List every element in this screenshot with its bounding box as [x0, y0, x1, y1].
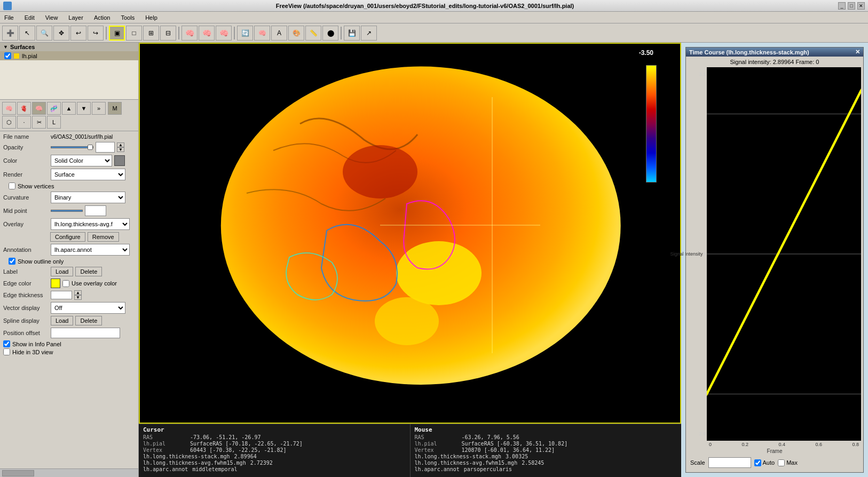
- st-brain3-btn[interactable]: 🧠: [32, 102, 46, 115]
- delete-spline-button[interactable]: Delete: [75, 316, 102, 325]
- tb-brain1-button[interactable]: 🧠: [182, 26, 198, 41]
- hscrollbar[interactable]: [0, 468, 138, 477]
- tb-color-button[interactable]: 🎨: [288, 26, 304, 41]
- hscroll-thumb[interactable]: [2, 470, 34, 476]
- tb-view-3d-button[interactable]: ▣: [109, 26, 125, 41]
- st-label-btn[interactable]: L: [47, 116, 61, 129]
- overlay-select[interactable]: lh.long.thickness-avg.f: [51, 218, 130, 230]
- edge-thickness-input[interactable]: 2: [51, 291, 72, 299]
- tb-measure-button[interactable]: 📏: [305, 26, 321, 41]
- menu-file[interactable]: File: [2, 13, 16, 22]
- tb-add-button[interactable]: ➕: [2, 26, 18, 41]
- st-brain2-btn[interactable]: 🫀: [17, 102, 31, 115]
- tb-pointer-button[interactable]: ↖: [19, 26, 35, 41]
- st-down-btn[interactable]: ▼: [77, 102, 91, 115]
- surfaces-section: ▼ Surfaces lh.pial: [0, 43, 138, 100]
- surfaces-collapse-icon[interactable]: ▼: [3, 44, 8, 50]
- menu-layer[interactable]: Layer: [66, 13, 85, 22]
- spline-display-row: Spline display Load Delete: [3, 316, 135, 325]
- edge-color-swatch[interactable]: [51, 279, 60, 288]
- viewport[interactable]: 3.50 1.17 -1.17 -3.50: [139, 43, 681, 424]
- menu-action[interactable]: Action: [92, 13, 113, 22]
- st-point-btn[interactable]: ·: [17, 116, 31, 129]
- opacity-down-btn[interactable]: ▼: [117, 147, 124, 152]
- midpoint-slider[interactable]: [51, 210, 83, 212]
- tb-move-button[interactable]: ✥: [53, 26, 69, 41]
- color-swatch[interactable]: [114, 155, 125, 166]
- configure-button[interactable]: Configure: [50, 232, 85, 242]
- tb-text-button[interactable]: A: [271, 26, 287, 41]
- remove-button[interactable]: Remove: [88, 232, 119, 242]
- menu-tools[interactable]: Tools: [119, 13, 137, 22]
- show-outline-row: Show outline only: [3, 258, 135, 265]
- cursor-ras-key: RAS: [143, 434, 186, 440]
- load-spline-button[interactable]: Load: [51, 316, 73, 325]
- color-select[interactable]: Solid Color: [51, 155, 112, 166]
- annotation-row: Annotation lh.aparc.annot: [3, 244, 135, 256]
- st-brain-btn[interactable]: 🧠: [2, 102, 16, 115]
- opacity-input[interactable]: 1.00: [96, 142, 115, 153]
- edge-color-row: Edge color Use overlay color: [3, 279, 135, 288]
- menu-help[interactable]: Help: [143, 13, 160, 22]
- show-vertices-row: Show vertices: [3, 182, 135, 189]
- tb-share-button[interactable]: ↗: [361, 26, 377, 41]
- tb-zoom-button[interactable]: 🔍: [36, 26, 52, 41]
- midpoint-input[interactable]: 0: [85, 205, 106, 216]
- edge-thickness-up-btn[interactable]: ▲: [74, 290, 82, 295]
- tb-view-front-button[interactable]: □: [126, 26, 142, 41]
- tb-separator-4: [341, 27, 342, 39]
- surface-visibility-checkbox[interactable]: [4, 52, 11, 59]
- menu-view[interactable]: View: [43, 13, 60, 22]
- viewport-area: 3.50 1.17 -1.17 -3.50 Cursor RAS -73.06,…: [139, 43, 681, 477]
- tb-brain3-button[interactable]: 🧠: [216, 26, 232, 41]
- edge-color-label: Edge color: [3, 280, 49, 287]
- opacity-slider[interactable]: [51, 146, 93, 148]
- tc-close-btn[interactable]: ✕: [855, 49, 860, 55]
- filename-text: v6/OAS2_0001/surf/lh.pial: [51, 134, 113, 140]
- curvature-select[interactable]: Binary: [51, 192, 125, 203]
- vector-display-select[interactable]: Off: [51, 302, 125, 314]
- position-offset-input[interactable]: 0 0 0: [51, 328, 120, 338]
- tb-brain2-button[interactable]: 🧠: [199, 26, 215, 41]
- menu-edit[interactable]: Edit: [22, 13, 37, 22]
- mouse-surface-row: lh.pial SurfaceRAS [-60.38, 36.51, 10.82…: [415, 441, 677, 447]
- colorscale-bar: [646, 65, 657, 182]
- cursor-ras-row: RAS -73.06, -51.21, -26.97: [143, 434, 406, 440]
- tc-auto-checkbox[interactable]: [754, 459, 761, 466]
- load-label-button[interactable]: Load: [51, 267, 73, 276]
- minimize-button[interactable]: _: [838, 2, 846, 10]
- surface-item-lhpial[interactable]: lh.pial: [0, 51, 138, 60]
- tc-max-checkbox[interactable]: [778, 459, 785, 466]
- show-outline-checkbox[interactable]: [9, 258, 15, 265]
- maximize-button[interactable]: □: [848, 2, 855, 10]
- tb-save-button[interactable]: 💾: [344, 26, 360, 41]
- tb-undo-button[interactable]: ↩: [70, 26, 86, 41]
- hide-3d-checkbox[interactable]: [3, 348, 10, 355]
- render-select[interactable]: Surface: [51, 169, 125, 180]
- close-button[interactable]: ✕: [857, 2, 865, 10]
- tb-redo-button[interactable]: ↪: [88, 26, 104, 41]
- st-brain4-btn[interactable]: 🧬: [47, 102, 61, 115]
- opacity-up-btn[interactable]: ▲: [117, 142, 124, 147]
- tb-brain4-button[interactable]: 🧠: [254, 26, 270, 41]
- show-info-panel-checkbox[interactable]: [3, 340, 10, 347]
- tb-view-stack-button[interactable]: ⊟: [160, 26, 176, 41]
- tc-scale-input[interactable]: 83225, 3.16922: [708, 457, 751, 468]
- st-wire-btn[interactable]: ⬡: [2, 116, 16, 129]
- st-surface-mode-btn[interactable]: M: [108, 102, 122, 115]
- annotation-select[interactable]: lh.aparc.annot: [51, 244, 130, 256]
- use-overlay-color-checkbox[interactable]: [62, 280, 69, 287]
- color-label: Color: [3, 157, 49, 164]
- st-up-btn[interactable]: ▲: [62, 102, 76, 115]
- st-clip-btn[interactable]: ✂: [32, 116, 46, 129]
- st-more-btn[interactable]: »: [92, 102, 106, 115]
- show-vertices-label: Show vertices: [18, 183, 54, 189]
- delete-label-button[interactable]: Delete: [75, 267, 102, 276]
- show-vertices-checkbox[interactable]: [9, 182, 15, 189]
- tb-refresh-button[interactable]: 🔄: [237, 26, 253, 41]
- edge-thickness-down-btn[interactable]: ▼: [74, 295, 82, 300]
- window-controls: _ □ ✕: [838, 2, 865, 10]
- tb-brain5-button[interactable]: ⬤: [322, 26, 338, 41]
- mouse-aparc-row: lh.aparc.annot parsopercularis: [415, 466, 677, 472]
- tb-view-grid-button[interactable]: ⊞: [143, 26, 159, 41]
